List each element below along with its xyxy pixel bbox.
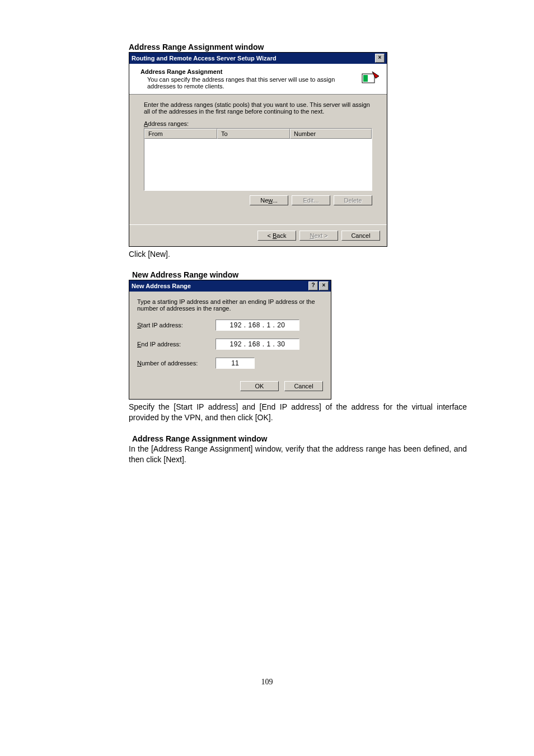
column-from[interactable]: From — [144, 129, 217, 139]
end-ip-label: End IP address: — [137, 341, 216, 348]
start-ip-input[interactable]: 192 . 168 . 1 . 20 — [216, 320, 299, 331]
delete-button: Delete — [334, 195, 372, 205]
column-number[interactable]: Number — [290, 129, 372, 139]
wizard-header-title: Address Range Assignment — [140, 68, 357, 75]
dialog2-title-text: New Address Range — [132, 283, 191, 289]
end-ip-input[interactable]: 192 . 168 . 1 . 30 — [216, 339, 299, 350]
new-address-range-dialog: New Address Range ? × Type a starting IP… — [129, 280, 331, 400]
cancel-button[interactable]: Cancel — [341, 231, 380, 241]
wizard-title-text: Routing and Remote Access Server Setup W… — [132, 55, 277, 62]
start-ip-label: Start IP address: — [137, 322, 216, 328]
address-ranges-label: Address ranges: — [144, 120, 372, 127]
instruction-click-new: Click [New]. — [129, 249, 500, 259]
wizard-dialog: Routing and Remote Access Server Setup W… — [129, 52, 387, 247]
edit-button: Edit... — [292, 195, 330, 205]
number-addresses-input[interactable]: 11 — [216, 358, 255, 369]
number-addresses-label: Number of addresses: — [137, 360, 216, 367]
section-heading-2: New Address Range window — [132, 270, 500, 279]
svg-rect-1 — [363, 75, 368, 82]
instruction-verify-next: In the [Address Range Assignment] window… — [129, 444, 467, 465]
page-number: 109 — [34, 678, 500, 687]
section-heading-3: Address Range Assignment window — [132, 434, 500, 443]
wizard-icon — [360, 68, 380, 88]
new-button[interactable]: New... — [250, 195, 288, 205]
instruction-specify-ip: Specify the [Start IP address] and [End … — [129, 402, 467, 423]
close-icon[interactable]: × — [375, 54, 385, 63]
wizard-header-subtitle: You can specify the address ranges that … — [147, 76, 357, 90]
next-button: Next > — [299, 231, 338, 241]
dialog2-instruction: Type a starting IP address and either an… — [137, 298, 323, 312]
section-heading-1: Address Range Assignment window — [129, 43, 500, 51]
wizard-titlebar: Routing and Remote Access Server Setup W… — [129, 53, 387, 64]
help-icon[interactable]: ? — [308, 281, 318, 290]
ok-button[interactable]: OK — [240, 381, 279, 391]
address-ranges-list[interactable]: From To Number — [144, 128, 372, 191]
cancel-button[interactable]: Cancel — [284, 381, 323, 391]
wizard-header: Address Range Assignment You can specify… — [129, 64, 387, 95]
close-icon[interactable]: × — [319, 281, 329, 290]
column-to[interactable]: To — [217, 129, 290, 139]
dialog2-titlebar: New Address Range ? × — [129, 280, 331, 292]
wizard-instruction: Enter the address ranges (static pools) … — [144, 101, 372, 115]
back-button[interactable]: < Back — [257, 231, 296, 241]
